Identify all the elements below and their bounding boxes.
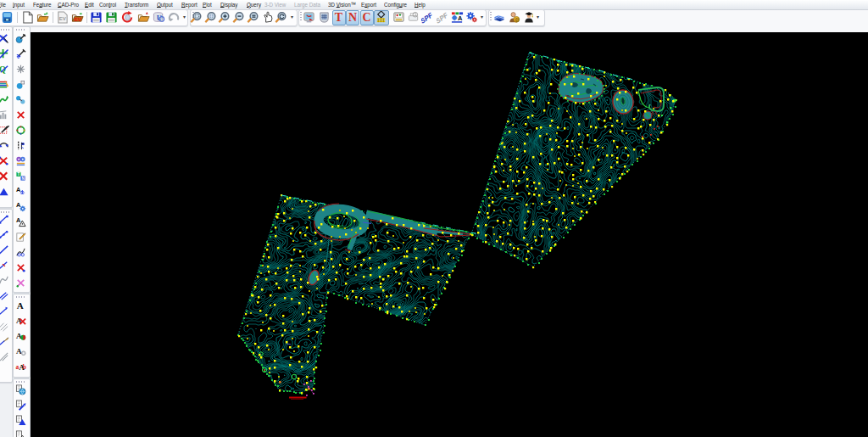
svg-text:A: A <box>16 300 23 311</box>
svg-text:Q: Q <box>0 64 6 74</box>
svg-text:EV: EV <box>59 15 67 21</box>
svg-text:@: @ <box>515 17 520 22</box>
svg-text:A: A <box>15 347 21 356</box>
svg-text:T: T <box>17 172 19 176</box>
svg-text:SPF: SPF <box>421 11 435 25</box>
svg-text:A: A <box>15 216 20 224</box>
svg-text:SPF: SPF <box>437 11 450 25</box>
svg-text:EV: EV <box>75 16 82 22</box>
svg-text:A: A <box>15 201 20 209</box>
svg-text:A: A <box>458 14 463 22</box>
svg-text:b: b <box>22 363 25 371</box>
